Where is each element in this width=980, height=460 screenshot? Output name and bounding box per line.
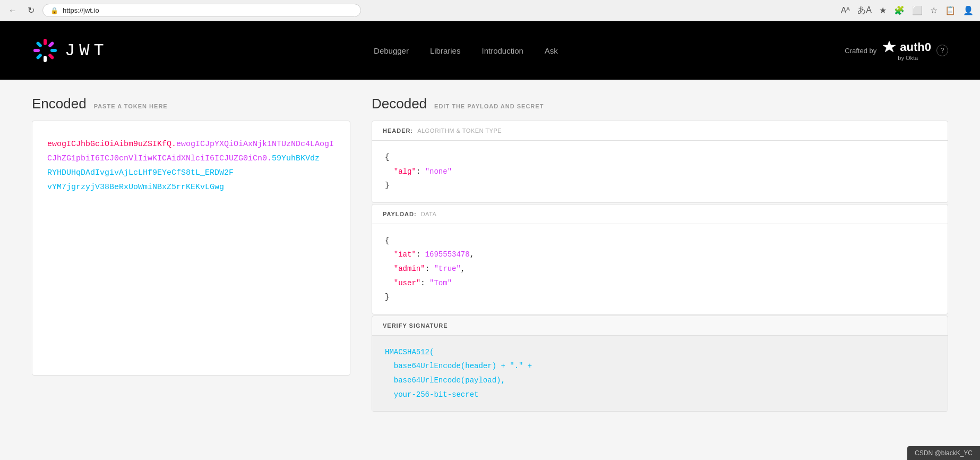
auth0-brand: auth0	[882, 40, 931, 55]
back-button[interactable]: ←	[6, 4, 19, 17]
svg-rect-7	[33, 49, 40, 52]
encoded-textarea[interactable]: ewogICJhbGciOiAibm9uZSIKfQ.ewogICJpYXQiO…	[32, 121, 350, 376]
encoded-subtitle: PASTE A TOKEN HERE	[94, 103, 168, 109]
payload-close-brace: }	[385, 293, 389, 301]
nav-introduction[interactable]: Introduction	[482, 46, 523, 55]
jwt-logo-icon	[32, 37, 58, 64]
read-aloud-icon[interactable]: Aᴬ	[841, 5, 850, 15]
auth0-icon	[882, 40, 897, 55]
svg-rect-2	[48, 41, 55, 48]
auth0-okta: by Okta	[898, 55, 918, 61]
help-button[interactable]: ?	[936, 45, 948, 56]
payload-user-key: "user"	[394, 279, 420, 287]
header-section-label: HEADER: ALGORITHM & TOKEN TYPE	[372, 121, 948, 141]
verify-section-label: VERIFY SIGNATURE	[372, 316, 948, 336]
refresh-button[interactable]: ↻	[24, 4, 37, 17]
crafted-by-text: Crafted by	[845, 47, 876, 55]
main-content: Encoded PASTE A TOKEN HERE ewogICJhbGciO…	[0, 80, 980, 460]
encoded-panel-title: Encoded PASTE A TOKEN HERE	[32, 96, 350, 112]
payload-sub: DATA	[421, 211, 437, 217]
payload-iat-value: 1695553478	[425, 250, 470, 259]
verify-fn: HMACSHA512(	[385, 348, 434, 356]
decoded-subtitle: EDIT THE PAYLOAD AND SECRET	[434, 103, 544, 109]
collections-icon[interactable]: 📋	[945, 5, 956, 15]
verify-section: VERIFY SIGNATURE HMACSHA512( base64UrlEn…	[372, 316, 948, 412]
token-part-red: ewogICJhbGciOiAibm9uZSIKfQ	[47, 140, 171, 149]
nav-libraries[interactable]: Libraries	[430, 46, 461, 55]
verify-body[interactable]: HMACSHA512( base64UrlEncode(header) + ".…	[372, 336, 948, 411]
profile-icon[interactable]: 👤	[963, 5, 974, 15]
token-dot-1: .	[171, 140, 176, 149]
extensions-icon[interactable]: 🧩	[894, 5, 905, 15]
nav-ask[interactable]: Ask	[545, 46, 558, 55]
logo-text: JWT	[65, 41, 108, 61]
header-label: HEADER:	[383, 127, 413, 134]
header-close-brace: }	[385, 181, 389, 190]
encoded-title: Encoded	[32, 96, 87, 112]
splitscreen-icon[interactable]: ⬜	[912, 5, 923, 15]
payload-user-value: "Tom"	[429, 279, 452, 287]
svg-rect-5	[44, 56, 47, 62]
payload-iat-key: "iat"	[394, 250, 416, 259]
verify-line2: base64UrlEncode(header) + "." +	[394, 362, 532, 370]
payload-body[interactable]: { "iat": 1695553478, "admin": "true", "u…	[372, 224, 948, 314]
header-section: HEADER: ALGORITHM & TOKEN TYPE { "alg": …	[372, 121, 948, 203]
browser-chrome: ← ↻ 🔒 https://jwt.io Aᴬ あA ★ 🧩 ⬜ ☆ 📋 👤	[0, 0, 980, 21]
svg-marker-8	[883, 41, 896, 52]
verify-secret: your-256-bit-secret	[394, 390, 479, 399]
logo-area[interactable]: JWT	[32, 37, 108, 64]
svg-rect-3	[50, 49, 57, 52]
verify-label: VERIFY SIGNATURE	[383, 322, 448, 329]
decoded-title: Decoded	[372, 96, 427, 112]
address-bar[interactable]: 🔒 https://jwt.io	[42, 4, 361, 17]
translate-icon[interactable]: あA	[857, 5, 872, 16]
nav-links: Debugger Libraries Introduction Ask	[374, 46, 558, 55]
header-alg-key: "alg"	[394, 167, 416, 176]
decoded-panel: Decoded EDIT THE PAYLOAD AND SECRET HEAD…	[372, 96, 948, 444]
encoded-panel: Encoded PASTE A TOKEN HERE ewogICJhbGciO…	[32, 96, 350, 444]
header-sub: ALGORITHM & TOKEN TYPE	[417, 127, 502, 134]
decoded-panel-title: Decoded EDIT THE PAYLOAD AND SECRET	[372, 96, 948, 112]
crafted-by-area: Crafted by auth0 by Okta ?	[845, 40, 948, 61]
nav-debugger[interactable]: Debugger	[374, 46, 409, 55]
verify-line3: base64UrlEncode(payload),	[394, 376, 505, 385]
bottom-hint-text: CSDN @blackK_YC	[915, 449, 973, 457]
payload-admin-key: "admin"	[394, 265, 425, 273]
svg-rect-6	[36, 53, 42, 60]
navbar: JWT Debugger Libraries Introduction Ask …	[0, 21, 980, 80]
payload-admin-value: "true"	[434, 265, 460, 273]
payload-section-label: PAYLOAD: DATA	[372, 205, 948, 224]
header-open-brace: {	[385, 153, 389, 161]
payload-open-brace: {	[385, 236, 389, 245]
svg-rect-0	[36, 41, 42, 48]
payload-label: PAYLOAD:	[383, 211, 417, 217]
svg-rect-4	[48, 53, 55, 60]
token-dot-2: .	[267, 154, 272, 163]
header-body[interactable]: { "alg": "none" }	[372, 141, 948, 202]
lock-icon: 🔒	[50, 7, 58, 14]
url-text: https://jwt.io	[63, 6, 99, 14]
auth0-name: auth0	[900, 40, 931, 54]
favorites-icon[interactable]: ★	[879, 5, 887, 15]
auth0-logo: auth0 by Okta	[882, 40, 931, 61]
browser-actions: Aᴬ あA ★ 🧩 ⬜ ☆ 📋 👤	[841, 5, 974, 16]
payload-section: PAYLOAD: DATA { "iat": 1695553478, "admi…	[372, 204, 948, 314]
svg-rect-1	[44, 39, 47, 45]
favorites-list-icon[interactable]: ☆	[930, 5, 938, 15]
bottom-hint: CSDN @blackK_YC	[907, 446, 980, 460]
header-alg-value: "none"	[425, 167, 452, 176]
